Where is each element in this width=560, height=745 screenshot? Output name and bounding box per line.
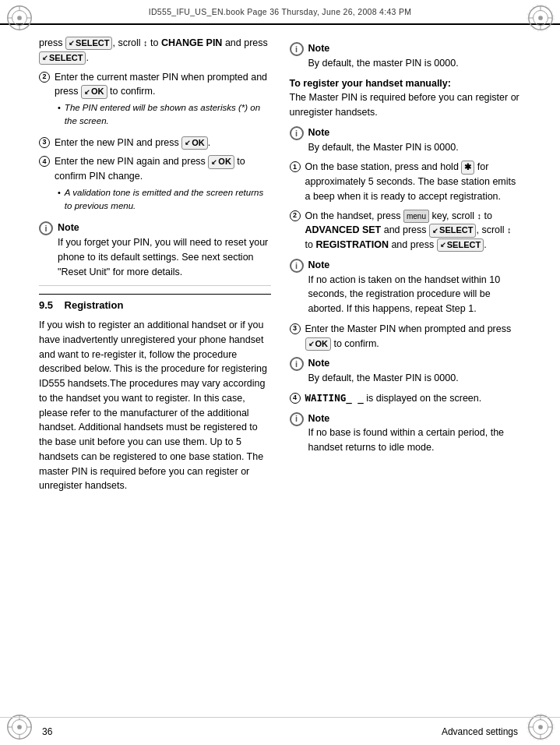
intro-line: press ↙SELECT, scroll ↕ to CHANGE PIN an… bbox=[39, 36, 271, 65]
ok-key-3: ↙OK bbox=[208, 155, 234, 168]
note-icon-r5: i bbox=[290, 412, 304, 426]
note-icon-r4: i bbox=[290, 357, 304, 371]
note-default-pin-2: i Note By default, the Master PIN is 000… bbox=[290, 125, 522, 155]
ok-key-2: ↙OK bbox=[181, 136, 208, 150]
note-icon-1: i bbox=[39, 221, 53, 235]
footer: 36 Advanced settings bbox=[0, 717, 560, 745]
note-label-1: Note bbox=[58, 222, 79, 233]
menu-key: menu bbox=[403, 210, 429, 223]
note-forget-pin: i Note If you forget your PIN, you will … bbox=[39, 221, 271, 279]
step-num-3: 3 bbox=[39, 137, 50, 148]
note-icon-r1: i bbox=[290, 42, 304, 56]
note-text-1: If you forget your PIN, you will need to… bbox=[58, 237, 268, 277]
section-body: If you wish to register an additional ha… bbox=[39, 318, 271, 493]
note-content-r2: Note By default, the Master PIN is 0000. bbox=[308, 125, 522, 155]
r-step-3: 3 Enter the Master PIN when prompted and… bbox=[290, 322, 522, 351]
svg-point-2 bbox=[17, 16, 22, 20]
note-label-r3: Note bbox=[308, 260, 330, 270]
note-icon-r2: i bbox=[290, 126, 304, 140]
bullet-text-asterisks: The PIN entered will be shown as asteris… bbox=[65, 101, 271, 129]
note-default-pin-3: i Note By default, the Master PIN is 000… bbox=[290, 356, 522, 386]
note-text-r2: By default, the Master PIN is 0000. bbox=[308, 142, 459, 153]
corner-decoration-tl bbox=[5, 3, 34, 33]
register-manually-header: To register your handset manually: The M… bbox=[290, 76, 522, 120]
r-step-1-content: On the base station, press and hold ✱ fo… bbox=[305, 160, 522, 203]
r-step-num-1: 1 bbox=[290, 161, 301, 172]
left-column: press ↙SELECT, scroll ↕ to CHANGE PIN an… bbox=[39, 36, 271, 717]
note-label-r1: Note bbox=[308, 43, 330, 54]
note-text-r3: If no action is taken on the handset wit… bbox=[308, 274, 501, 315]
note-10-seconds: i Note If no action is taken on the hand… bbox=[290, 258, 522, 316]
header-text: ID555_IFU_US_EN.book Page 36 Thursday, J… bbox=[149, 7, 411, 16]
section-label: Advanced settings bbox=[442, 726, 518, 737]
r-step-4: 4 WAITING_ _ is displayed on the screen. bbox=[290, 391, 522, 406]
bullet-validation-tone: • A validation tone is emitted and the s… bbox=[58, 186, 271, 214]
select-key-2: ↙SELECT bbox=[39, 51, 86, 65]
select-key-r1: ↙SELECT bbox=[429, 224, 476, 237]
section-title: 9.5 Registration bbox=[39, 299, 123, 311]
note-default-pin-1: i Note By default, the master PIN is 000… bbox=[290, 41, 522, 71]
select-key-r2: ↙SELECT bbox=[437, 238, 484, 252]
r-step-num-2: 2 bbox=[290, 210, 301, 221]
star-key: ✱ bbox=[461, 161, 474, 174]
note-content-r3: Note If no action is taken on the handse… bbox=[308, 258, 522, 316]
note-text-r4: By default, the Master PIN is 0000. bbox=[308, 372, 459, 383]
step-3-content: Enter the new PIN and press ↙OK. bbox=[55, 136, 271, 150]
r-step-1: 1 On the base station, press and hold ✱ … bbox=[290, 160, 522, 203]
note-content-1: Note If you forget your PIN, you will ne… bbox=[58, 221, 271, 279]
step-num-2: 2 bbox=[39, 72, 50, 83]
step-4-content: Enter the new PIN again and press ↙OK to… bbox=[55, 154, 271, 215]
right-column: i Note By default, the master PIN is 000… bbox=[290, 36, 522, 717]
page-number: 36 bbox=[42, 726, 52, 737]
corner-decoration-tr bbox=[526, 3, 555, 33]
note-text-r5: If no base is found within a certain per… bbox=[308, 427, 505, 453]
note-label-r2: Note bbox=[308, 127, 330, 138]
r-step-2: 2 On the handset, press menu key, scroll… bbox=[290, 209, 522, 252]
select-key-1: ↙SELECT bbox=[65, 37, 112, 50]
note-no-base: i Note If no base is found within a cert… bbox=[290, 411, 522, 455]
note-content-r4: Note By default, the Master PIN is 0000. bbox=[308, 356, 522, 386]
step-2: 2 Enter the current master PIN when prom… bbox=[39, 70, 271, 131]
step-num-4: 4 bbox=[39, 156, 50, 167]
bullet-text-validation: A validation tone is emitted and the scr… bbox=[65, 186, 271, 214]
step-2-content: Enter the current master PIN when prompt… bbox=[55, 70, 271, 131]
svg-point-9 bbox=[538, 16, 543, 20]
r-step-num-4: 4 bbox=[290, 393, 301, 404]
note-icon-r3: i bbox=[290, 259, 304, 273]
r-step-num-3: 3 bbox=[290, 323, 301, 334]
waiting-display: WAITING_ _ bbox=[305, 392, 364, 404]
r-step-4-content: WAITING_ _ is displayed on the screen. bbox=[305, 391, 522, 406]
r-step-3-content: Enter the Master PIN when prompted and p… bbox=[305, 322, 522, 351]
note-content-r1: Note By default, the master PIN is 0000. bbox=[308, 41, 522, 71]
note-content-r5: Note If no base is found within a certai… bbox=[308, 411, 522, 455]
step-3: 3 Enter the new PIN and press ↙OK. bbox=[39, 136, 271, 150]
main-content: press ↙SELECT, scroll ↕ to CHANGE PIN an… bbox=[39, 25, 521, 717]
note-label-r5: Note bbox=[308, 413, 330, 424]
note-text-r1: By default, the master PIN is 0000. bbox=[308, 58, 459, 69]
step-4: 4 Enter the new PIN again and press ↙OK … bbox=[39, 154, 271, 215]
section-9-5-header: 9.5 Registration bbox=[39, 294, 271, 313]
register-manually-title: To register your handset manually: bbox=[290, 78, 451, 89]
ok-key-1: ↙OK bbox=[81, 85, 107, 98]
section-separator bbox=[39, 285, 271, 286]
note-label-r4: Note bbox=[308, 358, 330, 369]
ok-key-r1: ↙OK bbox=[305, 337, 332, 351]
r-step-2-content: On the handset, press menu key, scroll ↕… bbox=[305, 209, 522, 252]
bullet-pin-asterisks: • The PIN entered will be shown as aster… bbox=[58, 101, 271, 129]
header-bar: ID555_IFU_US_EN.book Page 36 Thursday, J… bbox=[0, 0, 560, 25]
